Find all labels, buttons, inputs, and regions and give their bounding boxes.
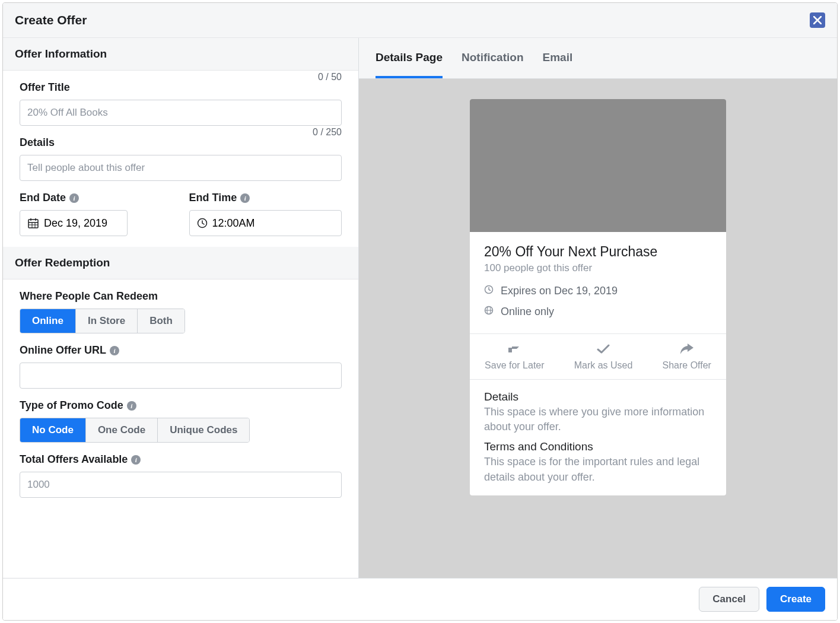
option-one-code[interactable]: One Code [86,418,158,442]
create-offer-modal: Create Offer Offer Information 0 / 50 Of… [2,2,838,621]
field-offer-title: 0 / 50 Offer Title [20,81,342,126]
preview-details-text: This space is where you give more inform… [484,405,712,434]
preview-terms-text: This space is for the important rules an… [484,454,712,484]
date-time-row: End Date i Dec 19, 2019 End Time [20,192,342,236]
promo-type-label: Type of Promo Code i [20,399,342,412]
offer-title-label: Offer Title [20,81,342,94]
section-redemption-body: Where People Can Redeem Online In Store … [3,279,358,519]
option-online[interactable]: Online [20,309,76,333]
right-panel: Details Page Notification Email 20% Off … [359,38,837,578]
preview-terms-heading: Terms and Conditions [484,440,712,453]
field-end-time: End Time i 12:00AM [189,192,342,236]
details-label: Details [20,136,342,149]
end-date-input[interactable]: Dec 19, 2019 [20,210,128,236]
preview-where-text: Online only [501,306,554,318]
section-offer-info-header: Offer Information [3,38,358,71]
info-icon[interactable]: i [240,193,250,203]
action-save-for-later[interactable]: Save for Later [485,342,545,371]
total-available-label: Total Offers Available i [20,453,342,466]
info-icon[interactable]: i [69,193,79,203]
action-share-label: Share Offer [663,360,711,371]
field-details: 0 / 250 Details [20,136,342,181]
info-icon[interactable]: i [110,346,119,355]
field-end-date: End Date i Dec 19, 2019 [20,192,173,236]
preview-content: 20% Off Your Next Purchase 100 people go… [470,232,726,333]
close-button[interactable] [810,12,825,28]
action-mark-used[interactable]: Mark as Used [574,342,633,371]
preview-card: 20% Off Your Next Purchase 100 people go… [470,99,726,495]
share-icon [679,342,695,355]
field-total-available: Total Offers Available i [20,453,342,498]
modal-title: Create Offer [15,13,87,27]
where-redeem-label: Where People Can Redeem [20,290,342,303]
end-date-value: Dec 19, 2019 [44,217,107,230]
bookmark-icon [506,342,523,355]
preview-area: 20% Off Your Next Purchase 100 people go… [359,79,837,578]
end-time-value: 12:00AM [212,217,255,230]
online-url-label: Online Offer URL i [20,344,342,357]
promo-type-group: No Code One Code Unique Codes [20,418,250,443]
end-time-input[interactable]: 12:00AM [189,210,342,236]
details-input[interactable] [20,155,342,181]
total-available-input[interactable] [20,472,342,498]
info-icon[interactable]: i [131,455,141,465]
preview-image-placeholder [470,99,726,232]
option-unique-codes[interactable]: Unique Codes [158,418,249,442]
action-share-offer[interactable]: Share Offer [663,342,711,371]
clock-icon [484,285,494,297]
preview-sub: 100 people got this offer [484,262,712,274]
end-time-label: End Time i [189,192,342,204]
preview-actions: Save for Later Mark as Used [470,333,726,380]
option-both[interactable]: Both [138,309,184,333]
calendar-icon [27,217,39,229]
end-date-label: End Date i [20,192,173,204]
online-url-input[interactable] [20,363,342,389]
title-counter: 0 / 50 [318,72,342,82]
close-icon [813,16,822,24]
clock-icon [197,218,208,228]
preview-expires-row: Expires on Dec 19, 2019 [484,285,712,297]
tab-email[interactable]: Email [543,38,573,78]
check-icon [596,342,611,355]
modal-header: Create Offer [3,3,837,38]
cancel-button[interactable]: Cancel [699,587,759,612]
preview-expires-text: Expires on Dec 19, 2019 [501,285,618,297]
tab-notification[interactable]: Notification [462,38,524,78]
create-button[interactable]: Create [766,587,825,612]
details-counter: 0 / 250 [313,127,342,138]
section-redemption-header: Offer Redemption [3,247,358,279]
field-online-url: Online Offer URL i [20,344,342,389]
preview-details-heading: Details [484,390,712,403]
modal-footer: Cancel Create [3,578,837,620]
preview-tabs: Details Page Notification Email [359,38,837,79]
preview-details-section: Details This space is where you give mor… [470,380,726,495]
action-mark-label: Mark as Used [574,360,633,371]
tab-details-page[interactable]: Details Page [376,38,443,78]
where-redeem-group: Online In Store Both [20,309,185,333]
action-save-label: Save for Later [485,360,545,371]
section-offer-info-body: 0 / 50 Offer Title 0 / 250 Details End D… [3,71,358,247]
option-no-code[interactable]: No Code [20,418,86,442]
preview-where-row: Online only [484,306,712,318]
offer-title-input[interactable] [20,100,342,126]
left-panel: Offer Information 0 / 50 Offer Title 0 /… [3,38,359,578]
svg-rect-0 [28,220,38,228]
modal-body: Offer Information 0 / 50 Offer Title 0 /… [3,38,837,578]
field-promo-type: Type of Promo Code i No Code One Code Un… [20,399,342,443]
globe-icon [484,306,494,318]
preview-title: 20% Off Your Next Purchase [484,244,712,260]
field-where-redeem: Where People Can Redeem Online In Store … [20,290,342,333]
info-icon[interactable]: i [127,401,136,411]
option-in-store[interactable]: In Store [76,309,138,333]
